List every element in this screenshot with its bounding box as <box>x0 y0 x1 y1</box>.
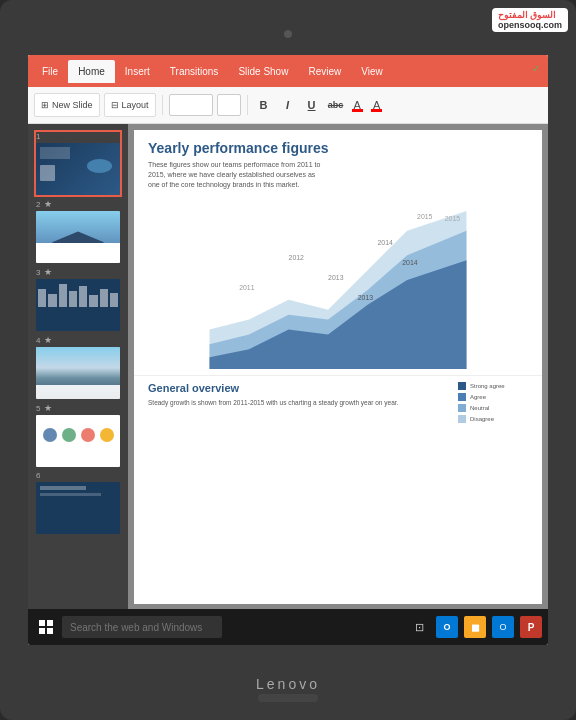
lenovo-brand: Lenovo <box>256 676 320 692</box>
star-4: ★ <box>44 335 52 345</box>
tab-file[interactable]: File <box>32 60 68 83</box>
taskbar-tablet-icon[interactable]: ⊡ <box>408 616 430 638</box>
slide-chart-area: 2011 2012 2013 2014 2015 <box>134 195 542 375</box>
svg-text:2012: 2012 <box>289 255 305 262</box>
slide-title: Yearly performance figures <box>148 140 528 156</box>
legend-color-0 <box>458 382 466 390</box>
current-slide: Yearly performance figures These figures… <box>134 130 542 604</box>
layout-icon: ⊟ <box>111 100 119 110</box>
ribbon: File Home Insert Transitions Slide Show … <box>28 55 548 124</box>
slide-img-6 <box>36 482 120 534</box>
star-5: ★ <box>44 403 52 413</box>
ribbon-tabs: File Home Insert Transitions Slide Show … <box>28 55 548 87</box>
legend-item-3: Disagree <box>458 415 528 423</box>
legend-item-2: Neutral <box>458 404 528 412</box>
tab-view[interactable]: View <box>351 60 393 83</box>
bottom-notch <box>258 694 318 702</box>
legend-color-2 <box>458 404 466 412</box>
svg-text:2014: 2014 <box>402 260 418 267</box>
slide-thumb-1[interactable]: 1 <box>36 132 120 195</box>
svg-text:2011: 2011 <box>239 284 255 291</box>
new-slide-button[interactable]: ⊞ New Slide <box>34 93 100 117</box>
taskbar: ⊡ O ◼ O P <box>28 609 548 645</box>
slide-num-3: 3 ★ <box>36 267 120 277</box>
tab-transitions[interactable]: Transitions <box>160 60 229 83</box>
legend-color-3 <box>458 415 466 423</box>
taskbar-search-input[interactable] <box>62 616 222 638</box>
slide-bottom-left: General overview Steady growth is shown … <box>148 382 448 423</box>
slide-img-3 <box>36 279 120 331</box>
font-color-button2[interactable]: A <box>369 97 384 113</box>
slide-thumb-6[interactable]: 6 <box>36 471 120 534</box>
strikethrough-button[interactable]: abc <box>326 94 346 116</box>
svg-text:2014: 2014 <box>378 240 394 247</box>
ribbon-tools: ⊞ New Slide ⊟ Layout B I U abc A A <box>28 87 548 123</box>
slide-legend: Strong agree Agree Neutral <box>458 382 528 423</box>
tab-home[interactable]: Home <box>68 60 115 83</box>
legend-item-0: Strong agree <box>458 382 528 390</box>
font-color-button[interactable]: A <box>350 97 365 113</box>
underline-button[interactable]: U <box>302 94 322 116</box>
area-chart-svg: 2011 2012 2013 2014 2015 <box>148 201 528 369</box>
slide-bottom-section: General overview Steady growth is shown … <box>134 375 542 429</box>
slide-editor: Yearly performance figures These figures… <box>128 124 548 610</box>
slide-img-2 <box>36 211 120 263</box>
slide-thumb-5[interactable]: 5 ★ <box>36 403 120 467</box>
tab-insert[interactable]: Insert <box>115 60 160 83</box>
screen: File Home Insert Transitions Slide Show … <box>28 55 548 645</box>
taskbar-onedrive-icon[interactable]: O <box>492 616 514 638</box>
svg-text:2015: 2015 <box>445 215 461 222</box>
tab-slideshow[interactable]: Slide Show <box>228 60 298 83</box>
slide-thumb-2[interactable]: 2 ★ <box>36 199 120 263</box>
slide-content-header: Yearly performance figures These figures… <box>134 130 542 195</box>
slide-img-4 <box>36 347 120 399</box>
main-area: 1 2 <box>28 124 548 610</box>
divider1 <box>162 95 163 115</box>
legend-color-1 <box>458 393 466 401</box>
windows-icon <box>39 620 53 634</box>
slide-thumb-4[interactable]: 4 ★ <box>36 335 120 399</box>
svg-text:2015: 2015 <box>417 213 433 220</box>
new-slide-icon: ⊞ <box>41 100 49 110</box>
taskbar-outlook-icon[interactable]: O <box>436 616 458 638</box>
svg-text:2013: 2013 <box>358 294 374 301</box>
taskbar-icons: ⊡ O ◼ O P <box>408 616 542 638</box>
star-2: ★ <box>44 199 52 209</box>
slide-num-1: 1 <box>36 132 120 141</box>
star-3: ★ <box>44 267 52 277</box>
tab-review[interactable]: Review <box>298 60 351 83</box>
slide-bottom-text: Steady growth is shown from 2011-2015 wi… <box>148 398 448 407</box>
slide-img-1 <box>36 143 120 195</box>
font-name-input[interactable] <box>169 94 213 116</box>
slide-description: These figures show our teams performace … <box>148 160 328 189</box>
slide-num-2: 2 ★ <box>36 199 120 209</box>
font-size-input[interactable] <box>217 94 241 116</box>
bold-button[interactable]: B <box>254 94 274 116</box>
slide-thumb-3[interactable]: 3 ★ <box>36 267 120 331</box>
slide-num-6: 6 <box>36 471 120 480</box>
legend-item-1: Agree <box>458 393 528 401</box>
taskbar-ppt-icon[interactable]: P <box>520 616 542 638</box>
opensooq-watermark: السوق المفتوح opensooq.com <box>492 8 568 32</box>
slide-num-4: 4 ★ <box>36 335 120 345</box>
slides-panel[interactable]: 1 2 <box>28 124 128 610</box>
slide-bottom-title: General overview <box>148 382 448 394</box>
check-icon: ✓ <box>532 63 540 74</box>
italic-button[interactable]: I <box>278 94 298 116</box>
taskbar-folder-icon[interactable]: ◼ <box>464 616 486 638</box>
camera-dot <box>284 30 292 38</box>
slide-num-5: 5 ★ <box>36 403 120 413</box>
laptop-frame: السوق المفتوح opensooq.com File Home Ins… <box>0 0 576 720</box>
svg-text:2013: 2013 <box>328 274 344 281</box>
slide-img-5 <box>36 415 120 467</box>
layout-button[interactable]: ⊟ Layout <box>104 93 156 117</box>
divider2 <box>247 95 248 115</box>
windows-start-button[interactable] <box>34 615 58 639</box>
